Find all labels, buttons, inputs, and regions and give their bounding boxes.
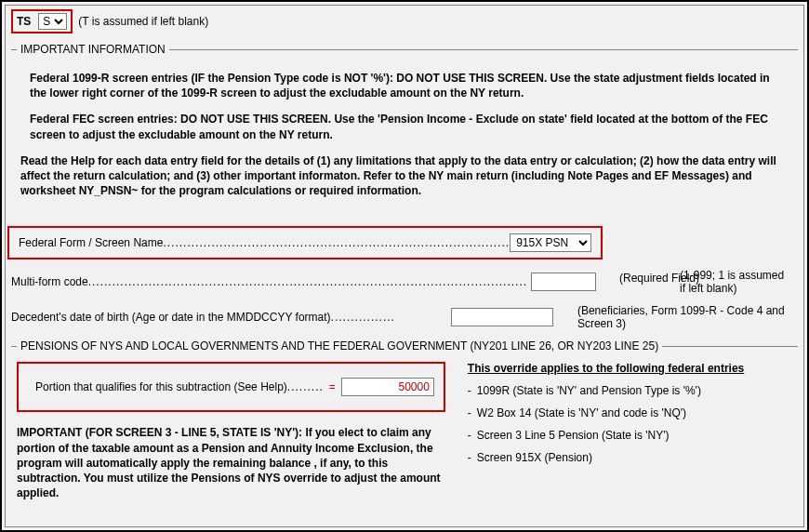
ts-highlight: TS S bbox=[11, 9, 73, 33]
pensions-group: PENSIONS OF NYS AND LOCAL GOVERNMENTS AN… bbox=[11, 339, 798, 500]
multiform-input[interactable] bbox=[531, 273, 596, 291]
important-p3: Read the Help for each data entry field … bbox=[20, 153, 785, 199]
override-heading: This override applies to the following f… bbox=[468, 362, 792, 375]
override-entry: -1099R (State is 'NY' and Pension Type i… bbox=[468, 384, 792, 397]
override-entry: -W2 Box 14 (State is 'NY' and code is 'N… bbox=[468, 406, 792, 419]
federal-form-highlight: Federal Form / Screen Name .............… bbox=[7, 226, 603, 259]
pensions-body: Portion that qualifies for this subtract… bbox=[17, 362, 792, 500]
ts-hint: (T is assumed if left blank) bbox=[78, 15, 208, 28]
pensions-legend: PENSIONS OF NYS AND LOCAL GOVERNMENTS AN… bbox=[17, 339, 662, 352]
entry-text: Screen 915X (Pension) bbox=[477, 451, 592, 464]
qualify-label: Portion that qualifies for this subtract… bbox=[35, 380, 287, 393]
federal-form-label: Federal Form / Screen Name bbox=[19, 236, 163, 249]
qualify-highlight: Portion that qualifies for this subtract… bbox=[17, 362, 445, 412]
important-p2: Federal FEC screen entries: DO NOT USE T… bbox=[30, 112, 785, 141]
override-entry: -Screen 3 Line 5 Pension (State is 'NY') bbox=[468, 429, 792, 442]
ts-row: TS S (T is assumed if left blank) bbox=[11, 9, 798, 33]
pensions-important-note: IMPORTANT (FOR SCREEN 3 - LINE 5, STATE … bbox=[17, 425, 445, 500]
dots: ........................................… bbox=[88, 275, 527, 288]
dots: ........................................… bbox=[163, 236, 510, 249]
ts-label: TS bbox=[17, 15, 31, 28]
entry-text: 1099R (State is 'NY' and Pension Type is… bbox=[477, 384, 701, 397]
important-info-group: IMPORTANT INFORMATION Federal 1099-R scr… bbox=[11, 43, 798, 209]
important-info-legend: IMPORTANT INFORMATION bbox=[17, 43, 169, 56]
dash-icon: - bbox=[468, 384, 471, 397]
dash-icon: - bbox=[468, 429, 471, 442]
important-p1: Federal 1099-R screen entries (IF the Pe… bbox=[30, 71, 785, 100]
decedent-hint: (Beneficiaries, Form 1099-R - Code 4 and… bbox=[577, 304, 809, 330]
multiform-label: Multi-form code bbox=[11, 275, 88, 288]
ts-select[interactable]: S bbox=[38, 13, 67, 30]
entry-text: Screen 3 Line 5 Pension (State is 'NY') bbox=[477, 429, 670, 442]
dots: ......... bbox=[287, 380, 324, 393]
dots: ................ bbox=[331, 311, 395, 324]
pensions-left: Portion that qualifies for this subtract… bbox=[17, 362, 445, 500]
dash-icon: - bbox=[468, 451, 471, 464]
decedent-row: Decedent's date of birth (Age or date in… bbox=[11, 304, 809, 330]
equals-sign: = bbox=[324, 380, 341, 393]
decedent-input[interactable] bbox=[451, 308, 553, 326]
pensions-right: This override applies to the following f… bbox=[468, 362, 792, 473]
dash-icon: - bbox=[468, 406, 471, 419]
entry-text: W2 Box 14 (State is 'NY' and code is 'NQ… bbox=[477, 406, 686, 419]
override-entry: -Screen 915X (Pension) bbox=[468, 451, 792, 464]
decedent-label: Decedent's date of birth (Age or date in… bbox=[11, 311, 331, 324]
qualify-input[interactable] bbox=[341, 378, 434, 396]
federal-form-select[interactable]: 915X PSN bbox=[510, 233, 591, 252]
form-screen: TS S (T is assumed if left blank) IMPORT… bbox=[0, 0, 809, 532]
federal-form-hint: (Required Field) bbox=[619, 272, 699, 285]
